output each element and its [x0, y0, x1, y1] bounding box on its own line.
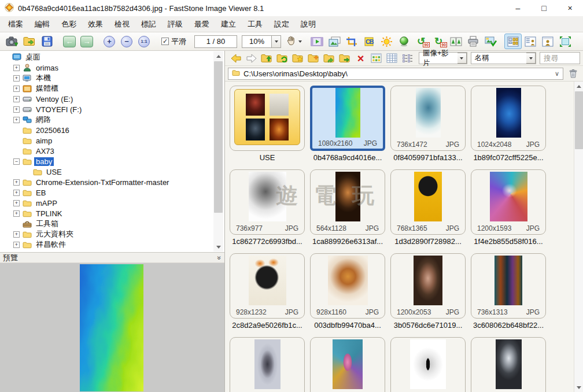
menu-item-2[interactable]: 編輯 [29, 16, 56, 32]
tree-item-AX73[interactable]: AX73 [0, 146, 213, 156]
search-input[interactable] [540, 52, 580, 64]
thumbnail-cell[interactable] [230, 337, 305, 392]
detail-view-button[interactable] [384, 51, 400, 65]
thumbnail-view-button[interactable] [368, 51, 384, 65]
refresh-folder-button[interactable] [275, 51, 290, 65]
list-view-button[interactable] [400, 51, 415, 65]
sort-dropdown-button[interactable] [526, 53, 536, 64]
plus-expander-icon[interactable]: + [13, 117, 20, 123]
tree-item-工具箱[interactable]: 工具箱 [0, 219, 213, 229]
tree-item-EB[interactable]: +EB [0, 187, 213, 198]
rotate-left-button[interactable]: ↺90 [412, 34, 430, 49]
file-filter-select[interactable]: 圖像+影片 [419, 52, 467, 64]
tree-item-baby[interactable]: −baby [0, 156, 213, 167]
move-to-folder-button[interactable] [337, 51, 353, 65]
color-balance-button[interactable]: CB [360, 34, 378, 49]
menu-item-9[interactable]: 建立 [215, 16, 242, 32]
tree-item-20250616[interactable]: 20250616 [0, 125, 213, 135]
thumbnail-1d3d2890f728982...[interactable]: 768x1365JPG1d3d2890f728982... [390, 169, 466, 253]
scroll-up-icon[interactable] [213, 51, 223, 61]
up-folder-button[interactable] [259, 51, 275, 65]
filter-dropdown-button[interactable] [457, 53, 467, 64]
zoom-level-value[interactable]: 10% [242, 35, 272, 48]
thumbnail-cell[interactable]: 1200x2053JPG [390, 253, 466, 319]
zoom-out-button[interactable]: − [118, 34, 135, 49]
thumbnail-0f84059971bfa133...[interactable]: 736x1472JPG0f84059971bfa133... [390, 86, 466, 169]
scroll-up-icon[interactable] [574, 82, 583, 91]
tree-item-Chrome-Extension-TxtFormatter-master[interactable]: +Chrome-Extension-TxtFormatter-master [0, 177, 213, 187]
scroll-down-icon[interactable] [213, 242, 223, 252]
actual-size-button[interactable]: 1:1 [135, 34, 153, 49]
smooth-checkbox[interactable]: ✓ 平滑 [161, 36, 186, 47]
plus-expander-icon[interactable]: + [13, 75, 20, 82]
thumbnail-2c8d2a9e5026fb1c...[interactable]: 928x1232JPG2c8d2a9e5026fb1c... [229, 253, 305, 337]
thumbnail-item-16[interactable] [470, 337, 547, 392]
thumbnail-cell[interactable]: 1200x1593JPG [471, 169, 546, 235]
compare-images-button[interactable] [447, 34, 464, 49]
maximize-button[interactable]: □ [531, 0, 557, 16]
plus-expander-icon[interactable]: + [13, 106, 20, 113]
trash-button[interactable] [566, 67, 580, 80]
thumbnail-cell[interactable]: 736x1472JPG [390, 86, 466, 151]
tree-item-元大資料夾[interactable]: +元大資料夾 [0, 229, 213, 239]
thumbnail-cell[interactable]: 1024x2048JPG [471, 86, 546, 151]
forward-button[interactable] [243, 51, 259, 65]
tree-item-媒體櫃[interactable]: +媒體櫃 [0, 83, 213, 94]
close-button[interactable]: × [557, 0, 583, 16]
slideshow-button[interactable] [308, 34, 326, 49]
tree-scrollbar-thumb[interactable] [214, 61, 223, 213]
thumbs-scrollbar-thumb[interactable] [575, 91, 583, 149]
thumbnail-cell[interactable] [310, 337, 385, 392]
new-folder-button[interactable] [306, 51, 322, 65]
thumbnail-cell[interactable] [390, 337, 466, 392]
thumbnail-1ca889926e6313af...[interactable]: 564x1128JPG1ca889926e6313af... [309, 169, 386, 253]
thumbnail-1b89fc072cff5225e...[interactable]: 1024x2048JPG1b89fc072cff5225e... [470, 86, 547, 169]
zoom-dropdown-button[interactable] [272, 35, 281, 48]
zoom-in-button[interactable]: + [101, 34, 118, 49]
menu-item-10[interactable]: 工具 [242, 16, 268, 32]
thumbnail-cell[interactable]: 1080x2160JPG [310, 86, 385, 151]
menu-item-8[interactable]: 最愛 [189, 16, 215, 32]
brightness-sun-button[interactable] [378, 34, 395, 49]
layout-viewer-button[interactable] [522, 34, 539, 49]
open-file-button[interactable] [21, 34, 38, 49]
thumbnail-item-14[interactable] [309, 337, 386, 392]
plus-expander-icon[interactable]: + [13, 190, 20, 196]
collapse-chevron-icon[interactable]: » [216, 256, 224, 260]
sort-select[interactable]: 名稱 [471, 52, 536, 64]
back-button[interactable] [228, 51, 243, 65]
thumbnail-cell[interactable]: 564x1128JPG [310, 169, 385, 235]
tree-item-網路[interactable]: +網路 [0, 114, 213, 125]
thumbnail-cell[interactable] [471, 337, 546, 392]
menu-item-1[interactable]: 檔案 [2, 16, 29, 32]
tree-item-mAPP[interactable]: +mAPP [0, 198, 213, 208]
chevron-down-icon[interactable]: ∨ [555, 70, 559, 77]
tree-item-Ventoy (E:)[interactable]: +Ventoy (E:) [0, 94, 213, 104]
thumbnail-1f4e2b855d58f016...[interactable]: 1200x1593JPG1f4e2b855d58f016... [470, 169, 547, 253]
previous-image-button[interactable]: ← [61, 34, 78, 49]
thumbs-scrollbar[interactable] [574, 82, 583, 392]
plus-expander-icon[interactable]: + [13, 200, 20, 206]
checkbox-check-icon[interactable]: ✓ [161, 38, 169, 45]
tree-item-orimas[interactable]: +orimas [0, 62, 213, 73]
thumbnail-1c862772c6993fbd...[interactable]: 736x977JPG1c862772c6993fbd... [229, 169, 305, 253]
thumbnail-cell[interactable]: 928x1232JPG [230, 253, 305, 319]
thumbnail-USE[interactable]: USE [229, 86, 305, 169]
layout-image-button[interactable] [539, 34, 556, 49]
tree-item-桌面[interactable]: 桌面 [0, 52, 213, 62]
save-as-button[interactable] [38, 34, 56, 49]
address-input[interactable]: C:\Users\orimas\Desktop\baby\ ∨ [228, 68, 563, 80]
plus-expander-icon[interactable]: + [13, 65, 20, 71]
plus-expander-icon[interactable]: + [13, 231, 20, 238]
menu-item-5[interactable]: 檢視 [109, 16, 135, 32]
thumbnail-item-13[interactable] [229, 337, 305, 392]
resize-sphere-button[interactable] [395, 34, 412, 49]
layout-browser-button[interactable] [504, 34, 522, 49]
convert-check-button[interactable] [482, 34, 499, 49]
wallpaper-images-button[interactable] [326, 34, 343, 49]
crop-board-button[interactable] [343, 34, 360, 49]
print-button[interactable] [464, 34, 482, 49]
zoom-select[interactable]: 10% [242, 35, 281, 48]
plus-expander-icon[interactable]: + [13, 242, 20, 248]
rotate-right-button[interactable]: ↻90 [430, 34, 447, 49]
